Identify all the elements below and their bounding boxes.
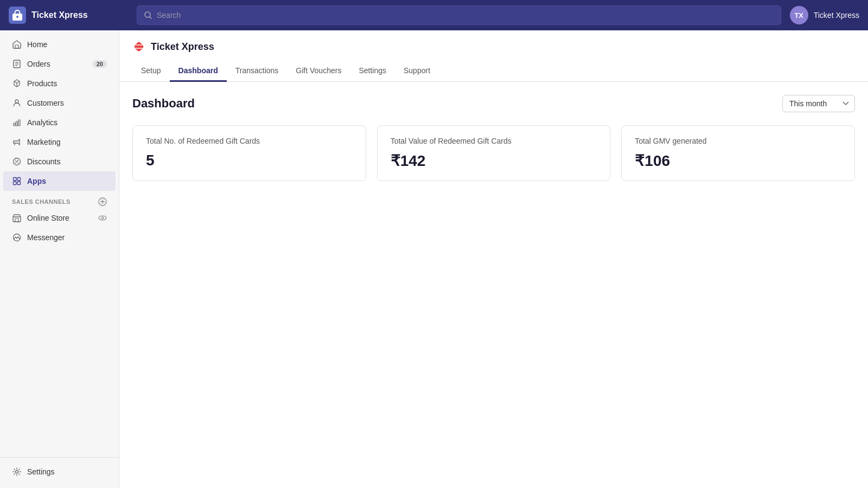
brand: Ticket Xpress [9,7,128,24]
orders-icon [12,59,22,69]
customers-icon [12,98,22,108]
messenger-icon [12,233,22,242]
search-bar[interactable] [137,5,781,25]
svg-line-8 [14,81,17,83]
sidebar-label-orders: Orders [27,60,50,68]
period-select[interactable]: This month Last month Last 3 months Last… [782,95,855,112]
sidebar-label-online-store: Online Store [27,214,69,222]
avatar: TX [790,6,808,24]
stat-label-total-value: Total Value of Redeemed Gift Cards [391,137,597,145]
svg-point-31 [16,471,18,473]
sidebar-item-online-store[interactable]: Online Store [3,208,116,228]
sidebar-label-analytics: Analytics [27,118,58,127]
sidebar-item-home[interactable]: Home [3,35,116,54]
stat-label-redeemed-count: Total No. of Redeemed Gift Cards [146,137,353,145]
svg-rect-2 [15,45,18,48]
tab-dashboard[interactable]: Dashboard [170,61,227,82]
sidebar-label-marketing: Marketing [27,138,60,146]
tab-support[interactable]: Support [395,61,439,82]
sidebar-item-messenger[interactable]: Messenger [3,228,116,247]
analytics-icon [12,118,22,127]
sidebar: Home Orders 20 [0,30,119,488]
brand-name: Ticket Xpress [31,10,88,20]
search-input[interactable] [157,11,774,20]
dashboard-title: Dashboard [132,97,195,111]
discounts-icon [12,157,22,166]
sidebar-item-orders[interactable]: Orders 20 [3,54,116,74]
svg-point-18 [18,163,19,164]
settings-icon [12,467,22,477]
svg-rect-13 [18,120,20,126]
sidebar-label-apps: Apps [27,177,46,185]
sales-channels-label: SALES CHANNELS [0,191,119,208]
svg-line-1 [150,17,152,19]
search-icon [144,11,152,20]
svg-rect-27 [15,219,18,222]
svg-rect-26 [13,217,21,222]
user-name: Ticket Xpress [814,11,859,20]
brand-logo [9,7,26,24]
svg-line-9 [17,81,20,83]
stat-card-total-value: Total Value of Redeemed Gift Cards ₹142 [377,125,611,181]
tab-settings[interactable]: Settings [350,61,395,82]
tab-transactions[interactable]: Transactions [227,61,288,82]
sidebar-item-discounts[interactable]: Discounts [3,152,116,171]
online-store-eye-icon[interactable] [98,214,107,222]
svg-rect-19 [14,178,17,181]
sidebar-item-marketing[interactable]: Marketing [3,132,116,152]
sidebar-label-settings: Settings [27,467,55,476]
svg-point-10 [15,100,18,103]
svg-point-17 [15,160,16,161]
svg-rect-12 [16,121,18,126]
tabs: Setup Dashboard Transactions Gift Vouche… [132,61,855,81]
stat-value-total-gmv: ₹106 [635,152,841,170]
sidebar-label-messenger: Messenger [27,233,65,242]
store-icon [12,213,22,223]
stat-value-redeemed-count: 5 [146,152,353,169]
sidebar-label-products: Products [27,79,57,88]
add-sales-channel-icon[interactable] [98,197,107,206]
stat-value-total-value: ₹142 [391,152,597,170]
svg-point-28 [99,216,106,220]
app-header: Ticket Xpress Setup Dashboard Transactio… [119,30,868,82]
top-nav: Ticket Xpress TX Ticket Xpress [0,0,868,30]
products-icon [12,79,22,88]
sidebar-item-apps[interactable]: Apps [3,171,116,191]
apps-icon [12,176,22,186]
app-icon [132,40,145,53]
sidebar-item-products[interactable]: Products [3,74,116,93]
app-title: Ticket Xpress [151,41,214,53]
stat-label-total-gmv: Total GMV generated [635,137,841,145]
svg-rect-20 [17,178,21,181]
dashboard-header: Dashboard This month Last month Last 3 m… [132,95,855,112]
stat-card-total-gmv: Total GMV generated ₹106 [621,125,855,181]
top-right: TX Ticket Xpress [790,6,859,24]
stats-grid: Total No. of Redeemed Gift Cards 5 Total… [132,125,855,181]
home-icon [12,40,22,49]
main-content: Ticket Xpress Setup Dashboard Transactio… [119,30,868,488]
svg-point-30 [14,234,21,241]
sidebar-item-settings[interactable]: Settings [3,462,116,481]
sidebar-item-customers[interactable]: Customers [3,93,116,113]
tab-setup[interactable]: Setup [132,61,170,82]
svg-rect-11 [14,123,15,126]
sidebar-label-customers: Customers [27,99,64,107]
tab-gift-vouchers[interactable]: Gift Vouchers [287,61,350,82]
orders-badge: 20 [93,60,107,68]
marketing-icon [12,137,22,147]
svg-marker-32 [135,42,143,52]
stat-card-redeemed-count: Total No. of Redeemed Gift Cards 5 [132,125,366,181]
svg-rect-22 [17,182,21,185]
content-area: Dashboard This month Last month Last 3 m… [119,82,868,488]
sidebar-item-analytics[interactable]: Analytics [3,113,116,132]
sidebar-label-home: Home [27,40,47,49]
svg-point-29 [101,217,104,219]
sidebar-label-discounts: Discounts [27,157,60,166]
svg-rect-21 [14,182,17,185]
